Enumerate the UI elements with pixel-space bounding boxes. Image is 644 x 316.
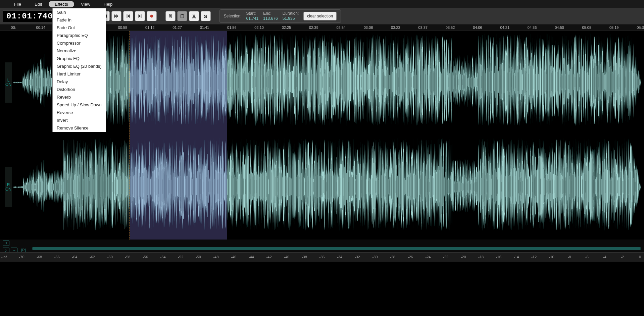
effect-speed-up-slow-down[interactable]: Speed Up / Slow Down [53,101,106,109]
effect-graphic-eq-20-bands-[interactable]: Graphic EQ (20 bands) [53,62,106,70]
menu-help[interactable]: Help [97,1,119,8]
record-button[interactable] [147,11,157,21]
db-tick: -62 [90,255,95,259]
ruler-tick: 02:10 [254,25,264,30]
db-tick: -22 [443,255,448,259]
menu-file[interactable]: File [7,1,28,8]
selection-duration-label: Duration: [283,11,299,16]
effect-fade-in[interactable]: Fade In [53,16,106,24]
db-tick: -10 [549,255,554,259]
forward-button[interactable] [111,11,121,21]
db-tick: -38 [302,255,307,259]
cut-button[interactable] [189,11,199,21]
db-tick: -66 [54,255,60,259]
clear-selection-button[interactable]: clear selection [303,12,337,20]
effect-graphic-eq[interactable]: Graphic EQ [53,55,106,62]
waveform-right [13,136,641,239]
scrollbar-thumb[interactable] [33,247,640,250]
db-tick: -6 [585,255,589,259]
ruler-tick: 05:19 [609,25,619,30]
db-tick: -8 [568,255,571,259]
timecode-display: 01:01:740 [3,10,57,22]
effect-fade-out[interactable]: Fade Out [53,24,106,32]
selection-duration-value: 51.935 [283,16,295,21]
channel-right-label[interactable]: RON [5,183,11,192]
effect-hard-limiter[interactable]: Hard Limiter [53,70,106,78]
ruler-tick: 02:25 [282,25,291,30]
ruler-tick: 04:21 [500,25,509,30]
db-tick: -42 [266,255,272,259]
bottom-pad [0,262,644,316]
horizontal-scrollbar[interactable] [32,247,641,250]
ruler-tick: 01:12 [145,25,155,30]
ruler-tick: 00: [11,25,16,30]
record-icon [149,14,154,18]
ruler-tick: 04:36 [528,25,537,30]
silence-button[interactable]: S [201,11,211,21]
selection-end-label: End: [263,11,271,16]
channel-left[interactable]: LON [13,31,641,134]
ruler-tick: 04:06 [473,25,482,30]
db-scale: -Inf-70-68-66-64-62-60-58-56-54-52-50-48… [0,252,644,262]
skip-back-icon [126,14,131,18]
effect-reverb[interactable]: Reverb [53,93,106,101]
paste-button[interactable] [177,11,187,21]
db-tick: -20 [461,255,466,259]
selection-start-value: 61.741 [246,16,259,21]
db-tick: -Inf [1,255,7,259]
db-tick: -46 [231,255,236,259]
menu-bar: FileEditEffectsViewHelp [0,0,644,8]
db-tick: -34 [337,255,342,259]
svg-rect-1 [181,15,184,18]
copy-button[interactable] [165,11,176,21]
effect-reverse[interactable]: Reverse [53,109,106,116]
ruler-tick: 04:50 [555,25,564,30]
db-tick: -68 [37,255,42,259]
zoom-reset-button[interactable]: [R] [21,248,26,252]
skip-back-button[interactable] [123,11,133,21]
selection-panel: Selection: Start:61.741 End:113.676 Dura… [219,9,341,23]
ruler-tick: 02:39 [309,25,318,30]
ruler-tick: 03:52 [446,25,455,30]
effect-gain[interactable]: Gain [53,8,106,16]
svg-point-0 [150,15,153,18]
db-tick: -60 [107,255,113,259]
svg-point-3 [192,17,194,18]
effect-normalize[interactable]: Normalize [53,47,106,55]
db-tick: -18 [478,255,484,259]
effect-invert[interactable]: Invert [53,116,106,124]
effect-compressor[interactable]: Compressor [53,39,106,47]
db-tick: -28 [390,255,395,259]
paste-icon [180,14,185,18]
vertical-zoom-in-button[interactable]: :+ [3,241,9,246]
effects-dropdown: GainFade InFade OutParagraphic EQCompres… [52,8,106,132]
db-tick: -32 [355,255,360,259]
db-tick: -70 [19,255,24,259]
selection-end-value: 113.676 [263,16,278,21]
db-tick: -54 [160,255,166,259]
selection-label: Selection: [224,14,242,18]
channel-right[interactable]: RON [13,136,641,239]
channel-left-label[interactable]: LON [5,78,11,87]
selection-start-label: Start: [246,11,256,16]
menu-effects[interactable]: Effects [49,1,74,7]
svg-rect-2 [182,14,183,15]
effect-paragraphic-eq[interactable]: Paragraphic EQ [53,32,106,39]
menu-edit[interactable]: Edit [28,1,49,8]
ruler-tick: 00:58 [118,25,128,30]
ruler-tick: 05:34 [637,25,644,30]
db-tick: -56 [143,255,148,259]
db-tick: -48 [213,255,219,259]
ruler-tick: 03:37 [418,25,428,30]
silence-label: S [204,13,207,19]
effect-distortion[interactable]: Distortion [53,86,106,93]
zoom-controls: :+ :- + – [R] [0,240,644,252]
db-tick: -52 [178,255,183,259]
menu-view[interactable]: View [74,1,97,8]
effect-remove-silence[interactable]: Remove Silence [53,124,106,132]
db-tick: -30 [372,255,378,259]
effect-delay[interactable]: Delay [53,78,106,86]
ruler-tick: 01:56 [227,25,237,30]
skip-forward-button[interactable] [135,11,145,21]
db-tick: -16 [496,255,501,259]
